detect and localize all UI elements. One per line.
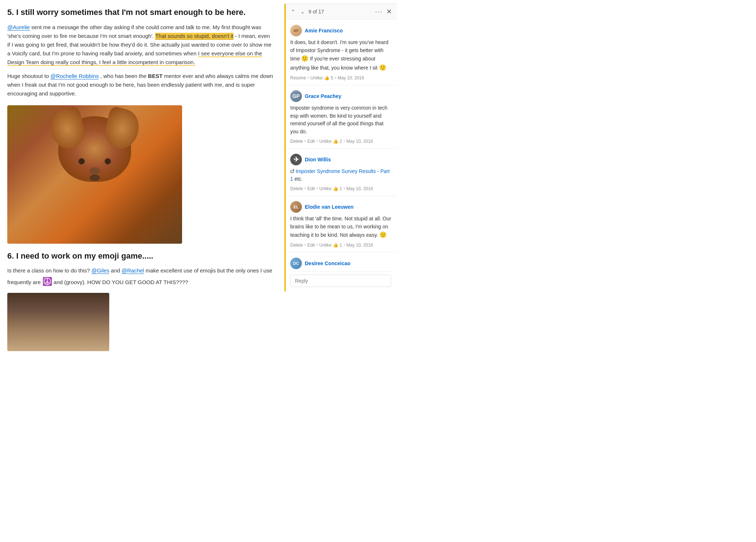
date-amie: May 10, 2016 (338, 75, 364, 80)
close-panel-button[interactable]: ✕ (386, 8, 392, 16)
comment-dion: ✈ Dion Willis cf Imposter Syndrome Surve… (284, 149, 397, 196)
highlighted-text: That sounds so stupid, doesn't it (155, 33, 233, 40)
edit-link-dion[interactable]: Edit (307, 186, 315, 191)
section5-para1: @Aurelie sent me a message the other day… (7, 23, 273, 67)
like-count-dion: 👍 1 (333, 186, 342, 191)
text-6: and (111, 267, 122, 274)
author-name-elodie[interactable]: Elodie van Leeuwen (305, 204, 354, 210)
author-name-dion[interactable]: Dion Willis (305, 157, 331, 162)
puppy-nose (90, 174, 100, 181)
unlike-link-dion[interactable]: Unlike (319, 186, 331, 191)
comment-meta-elodie: Delete • Edit • Unlike 👍 1 • May 10, 201… (290, 243, 391, 248)
nav-controls: ⌃ ⌄ 9 of 17 (290, 8, 324, 15)
avatar-dion: ✈ (290, 154, 302, 165)
mention-giles[interactable]: @Giles (91, 267, 109, 274)
comment-body-dion: cf Imposter Syndrome Survey Results - Pa… (290, 168, 391, 183)
author-name-grace[interactable]: Grace Peachey (305, 93, 341, 99)
comment-dion-author-row: ✈ Dion Willis (290, 154, 391, 165)
panel-accent-bar (284, 4, 286, 291)
puppy-eye-right (105, 158, 111, 165)
like-count-amie: 👍 5 (324, 75, 333, 80)
section6-para1: Is there a class on how to do this? @Gil… (7, 266, 273, 288)
section5-para2: Huge shoutout to @Rochelle Robbins , who… (7, 72, 273, 98)
section5-heading: 5. I still worry sometimes that I'm not … (7, 7, 273, 18)
date-elodie: May 10, 2016 (346, 243, 373, 248)
unlike-link-elodie[interactable]: Unlike (319, 243, 331, 248)
unlike-link-grace[interactable]: Unlike (319, 139, 331, 144)
like-count-elodie: 👍 1 (333, 243, 342, 248)
puppy-image (7, 105, 182, 244)
puppy-ear-right (101, 105, 143, 153)
edit-link-elodie[interactable]: Edit (307, 243, 315, 248)
puppy-eye-left (78, 158, 85, 165)
comment-body-amie: It does, but it doesn't. I'm sure you've… (290, 39, 391, 72)
section6-heading: 6. I need to work on my emoji game..... (7, 251, 273, 262)
nav-prev-button[interactable]: ⌃ (290, 8, 297, 15)
comment-meta-amie: Resolve • Unlike 👍 5 • May 10, 2016 (290, 75, 391, 80)
more-options-button[interactable]: ··· (375, 8, 383, 16)
comment-body-grace: Imposter syndrome is very common in tech… (290, 104, 391, 136)
imposter-link[interactable]: Imposter Syndrome Survey Results - Part … (290, 168, 390, 182)
delete-link-elodie[interactable]: Delete (290, 243, 303, 248)
date-dion: May 10, 2016 (346, 186, 373, 191)
panel-header: ⌃ ⌄ 9 of 17 ··· ✕ (284, 4, 397, 20)
resolve-link-amie[interactable]: Resolve (290, 75, 306, 80)
main-content: 5. I still worry sometimes that I'm not … (0, 0, 284, 542)
bottom-image (7, 293, 109, 351)
author-name-amie[interactable]: Amie Francisco (305, 28, 343, 34)
comment-amie-author-row: AF Amie Francisco (290, 25, 391, 36)
comment-amie: AF Amie Francisco It does, but it doesn'… (284, 20, 397, 85)
unlike-link-amie[interactable]: Unlike (311, 75, 323, 80)
comment-desiree: DC Desiree Conceicao (284, 252, 397, 291)
comment-desiree-author-row: DC Desiree Conceicao (290, 258, 391, 269)
reply-input[interactable] (290, 275, 391, 287)
panel-actions: ··· ✕ (375, 8, 392, 16)
delete-link-dion[interactable]: Delete (290, 186, 303, 191)
mention-aurelie[interactable]: @Aurelie (7, 24, 30, 31)
comment-body-elodie: I think that 'all' the time. Not stupid … (290, 215, 391, 240)
text-5: Is there a class on how to do this? (7, 267, 91, 274)
puppy-ear-left (46, 105, 88, 153)
comment-elodie-author-row: EL Elodie van Leeuwen (290, 201, 391, 213)
text-3: Huge shoutout to (7, 73, 50, 79)
reply-box (290, 271, 391, 287)
nav-count: 9 of 17 (308, 9, 324, 15)
comment-grace: GP Grace Peachey Imposter syndrome is ve… (284, 85, 397, 149)
comment-meta-dion: Delete • Edit • Unlike 👍 1 • May 10, 201… (290, 186, 391, 191)
like-count-grace: 👍 2 (333, 139, 342, 144)
comment-panel: ⌃ ⌄ 9 of 17 ··· ✕ AF Amie Francisco It d… (284, 4, 397, 291)
avatar-grace: GP (290, 90, 302, 102)
author-name-desiree[interactable]: Desiree Conceicao (305, 260, 350, 266)
mention-rochelle[interactable]: @Rochelle Robbins (50, 73, 99, 79)
comment-elodie: EL Elodie van Leeuwen I think that 'all'… (284, 196, 397, 252)
avatar-desiree: DC (290, 258, 302, 269)
delete-link-grace[interactable]: Delete (290, 139, 303, 144)
mention-rachel[interactable]: @Rachel (122, 267, 144, 274)
comment-meta-grace: Delete • Edit • Unlike 👍 2 • May 10, 201… (290, 139, 391, 144)
avatar-elodie: EL (290, 201, 302, 213)
edit-link-grace[interactable]: Edit (307, 139, 315, 144)
comment-thread: AF Amie Francisco It does, but it doesn'… (284, 20, 397, 291)
date-grace: May 10, 2016 (346, 139, 373, 144)
nav-next-button[interactable]: ⌄ (299, 8, 306, 15)
comment-grace-author-row: GP Grace Peachey (290, 90, 391, 102)
avatar-amie: AF (290, 25, 302, 36)
